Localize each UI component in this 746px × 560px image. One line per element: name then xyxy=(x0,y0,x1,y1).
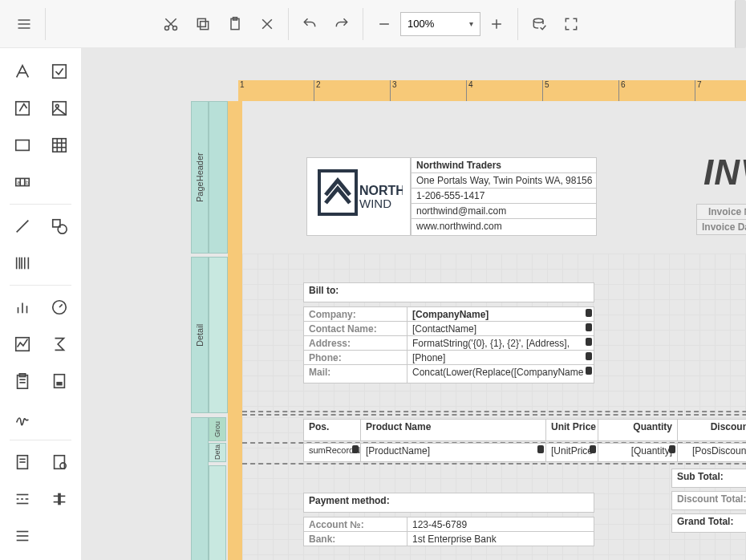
grand-total-label[interactable]: Grand Total: xyxy=(671,513,746,533)
northwind-logo-icon: NORTH WIND xyxy=(314,164,403,229)
invoice-date-label[interactable]: Invoice Date: xyxy=(696,219,746,235)
billto-address-label[interactable]: Address: xyxy=(303,335,407,351)
top-toolbar: 100%▾ xyxy=(0,0,746,48)
payment-account-label[interactable]: Account №: xyxy=(303,517,407,532)
billto-phone-label[interactable]: Phone: xyxy=(303,350,407,365)
pagebreak-tool[interactable] xyxy=(7,484,38,514)
svg-rect-51 xyxy=(54,375,64,388)
band-detail2[interactable]: Deta xyxy=(209,443,226,462)
copy-button[interactable] xyxy=(187,8,219,40)
cut-button[interactable] xyxy=(155,8,187,40)
databind-icon xyxy=(586,309,592,317)
paste-button[interactable] xyxy=(219,8,251,40)
report-info-tool[interactable] xyxy=(44,447,75,477)
signature-tool[interactable] xyxy=(7,403,38,433)
gauge-tool[interactable] xyxy=(44,292,75,323)
databind-icon xyxy=(669,445,675,453)
th-pos[interactable]: Pos. xyxy=(303,419,361,441)
billto-company-label[interactable]: Company: xyxy=(303,306,407,322)
billto-contact-value[interactable]: [ContactName] xyxy=(407,321,594,336)
picture-tool[interactable] xyxy=(44,93,75,124)
crossband-tool[interactable] xyxy=(44,484,75,514)
th-unitprice[interactable]: Unit Price xyxy=(545,419,598,441)
band-detail-grip[interactable] xyxy=(209,257,228,413)
logo-cell[interactable]: NORTH WIND xyxy=(306,157,411,236)
band-group[interactable]: Grou xyxy=(209,417,226,441)
sigma-tool[interactable] xyxy=(44,329,75,359)
svg-rect-7 xyxy=(201,21,209,29)
table-tool[interactable] xyxy=(44,130,75,160)
td-pos[interactable]: sumRecordNumber xyxy=(303,443,361,462)
payment-header[interactable]: Payment method: xyxy=(303,493,594,513)
th-discount[interactable]: Discount xyxy=(677,419,746,441)
label-tool[interactable] xyxy=(7,56,38,87)
svg-text:b: b xyxy=(25,179,28,186)
undo-button[interactable] xyxy=(294,8,326,40)
invoice-title[interactable]: INVOIC xyxy=(703,152,746,193)
validate-button[interactable] xyxy=(523,8,555,40)
th-product[interactable]: Product Name xyxy=(360,419,546,441)
company-web-cell[interactable]: www.northwind.com xyxy=(411,218,597,236)
th-qty[interactable]: Quantity xyxy=(598,419,678,441)
sparkline-tool[interactable] xyxy=(7,329,38,359)
crosstab-tool[interactable] xyxy=(7,521,38,551)
report-tool[interactable] xyxy=(7,447,38,477)
td-product[interactable]: [ProductName] xyxy=(360,443,546,462)
company-phone-cell[interactable]: 1-206-555-1417 xyxy=(411,188,597,204)
td-qty[interactable]: [Quantity] xyxy=(598,443,678,462)
svg-rect-19 xyxy=(15,102,29,116)
td-unitprice[interactable]: [UnitPrice xyxy=(545,443,598,462)
zoom-in-button[interactable] xyxy=(480,8,513,40)
band-detail[interactable]: Detail xyxy=(191,257,209,413)
clipboard-tool[interactable] xyxy=(7,366,38,396)
td-discount[interactable]: [PosDiscount] xyxy=(677,443,746,462)
subtotal-label[interactable]: Sub Total: xyxy=(671,469,746,488)
invoice-num-label[interactable]: Invoice №: xyxy=(696,204,746,220)
discount-total-label[interactable]: Discount Total: xyxy=(671,491,746,510)
svg-rect-23 xyxy=(52,139,66,152)
redo-button[interactable] xyxy=(326,8,358,40)
band-outer-grip[interactable] xyxy=(191,417,209,560)
databind-icon xyxy=(590,445,596,453)
svg-rect-65 xyxy=(58,493,61,505)
zoom-select[interactable]: 100%▾ xyxy=(400,12,480,36)
fullscreen-button[interactable] xyxy=(555,8,587,40)
zoom-out-button[interactable] xyxy=(368,8,400,40)
menu-button[interactable] xyxy=(8,8,40,40)
payment-account-value[interactable]: 123-45-6789 xyxy=(407,517,594,532)
payment-bank-value[interactable]: 1st Enterprise Bank xyxy=(407,531,594,546)
billto-contact-label[interactable]: Contact Name: xyxy=(303,321,407,336)
billto-company-value[interactable]: [CompanyName] xyxy=(407,306,594,322)
shape-tool[interactable] xyxy=(44,211,75,241)
svg-text:NORTH: NORTH xyxy=(359,184,403,197)
billto-mail-label[interactable]: Mail: xyxy=(303,364,407,383)
billto-header[interactable]: Bill to: xyxy=(303,282,594,302)
svg-rect-8 xyxy=(197,18,205,26)
databind-icon xyxy=(586,338,592,346)
billto-address-value[interactable]: FormatString('{0}, {1}, {2}', [Address], xyxy=(407,335,594,351)
barcode-tool[interactable] xyxy=(7,248,38,278)
pdf-tool[interactable] xyxy=(44,366,75,396)
chart-tool[interactable] xyxy=(7,292,38,323)
character-comb-tool[interactable]: ab xyxy=(7,167,38,197)
band-pageheader[interactable]: PageHeader xyxy=(191,101,209,254)
panel-tool[interactable] xyxy=(7,130,38,160)
delete-button[interactable] xyxy=(251,8,283,40)
billto-mail-value[interactable]: Concat(Lower(Replace([CompanyName xyxy=(407,364,594,383)
band-pageheader-grip[interactable] xyxy=(209,101,228,254)
line-tool[interactable] xyxy=(7,211,38,241)
dashed-divider xyxy=(242,411,746,412)
design-canvas[interactable]: 1 2 3 4 5 6 7 PageHeader 1 2 Detail 1 2 … xyxy=(82,48,746,560)
company-address-cell[interactable]: One Portals Way, Twin Points WA, 98156 xyxy=(411,172,597,189)
richtext-tool[interactable] xyxy=(7,93,38,124)
svg-text:WIND: WIND xyxy=(359,197,391,210)
pageheader-surface: NORTH WIND Northwind Traders One Portals… xyxy=(242,101,746,254)
company-email-cell[interactable]: northwind@mail.com xyxy=(411,203,597,219)
billto-phone-value[interactable]: [Phone] xyxy=(407,350,594,365)
company-name-cell[interactable]: Northwind Traders xyxy=(411,157,597,173)
databind-icon xyxy=(537,445,544,453)
tool-palette: ab xyxy=(0,48,82,560)
payment-bank-label[interactable]: Bank: xyxy=(303,531,407,546)
checkbox-tool[interactable] xyxy=(44,56,75,87)
band-footer-grip[interactable] xyxy=(209,465,226,560)
